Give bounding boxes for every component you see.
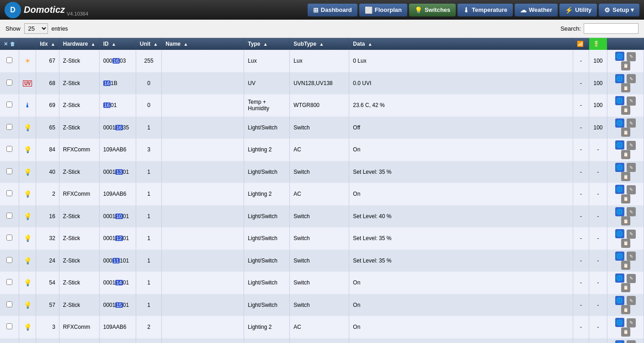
row-checkbox[interactable] [0, 338, 19, 343]
row-globe-btn[interactable]: 🌐 [615, 273, 624, 283]
row-edit-btn[interactable]: ✎ [627, 207, 636, 216]
row-checkbox[interactable] [0, 50, 19, 72]
row-globe-btn[interactable]: 🌐 [615, 207, 624, 216]
row-select-checkbox[interactable] [6, 57, 12, 63]
row-checkbox[interactable] [0, 94, 19, 117]
row-select-checkbox[interactable] [6, 213, 12, 219]
row-battery: 100 [589, 50, 607, 72]
row-checkbox[interactable] [0, 161, 19, 183]
row-globe-btn[interactable]: 🌐 [615, 96, 624, 105]
row-id: 0001603 [99, 50, 136, 72]
row-name [162, 338, 244, 343]
row-data: Off [349, 117, 573, 139]
row-select-checkbox[interactable] [6, 146, 12, 152]
table-row: UV 68 Z-Stick 161B 0 UV UVN128,UV138 0.0… [0, 72, 644, 95]
row-checkbox[interactable] [0, 250, 19, 272]
row-checkbox[interactable] [0, 139, 19, 161]
nav-dashboard[interactable]: ⊞ Dashboard [308, 4, 357, 16]
row-log-btn[interactable]: 📋 [621, 61, 630, 70]
th-subtype[interactable]: SubType ▲ [290, 38, 349, 50]
th-data[interactable]: Data ▲ [349, 38, 573, 50]
nav-switches[interactable]: 💡 Switches [409, 4, 456, 16]
row-log-btn[interactable]: 📋 [621, 194, 630, 204]
row-select-checkbox[interactable] [6, 235, 12, 241]
nav-temperature[interactable]: 🌡 Temperature [458, 4, 513, 16]
row-edit-btn[interactable]: ✎ [627, 52, 636, 61]
row-globe-btn[interactable]: 🌐 [615, 163, 624, 172]
row-checkbox[interactable] [0, 72, 19, 95]
row-globe-btn[interactable]: 🌐 [615, 252, 624, 261]
row-log-btn[interactable]: 📋 [621, 283, 630, 292]
row-log-btn[interactable]: 📋 [621, 239, 630, 248]
row-select-checkbox[interactable] [6, 190, 12, 196]
row-edit-btn[interactable]: ✎ [627, 296, 636, 305]
row-edit-btn[interactable]: ✎ [627, 274, 636, 283]
nav-floorplan[interactable]: ⬜ Floorplan [359, 4, 407, 16]
row-select-checkbox[interactable] [6, 80, 12, 86]
entries-select[interactable]: 10 25 50 100 [24, 23, 48, 34]
row-globe-btn[interactable]: 🌐 [615, 185, 624, 194]
row-select-checkbox[interactable] [6, 279, 12, 285]
row-checkbox[interactable] [0, 183, 19, 205]
row-globe-btn[interactable]: 🌐 [615, 52, 624, 61]
row-log-btn[interactable]: 📋 [621, 106, 630, 115]
row-edit-btn[interactable]: ✎ [627, 96, 636, 106]
row-edit-btn[interactable]: ✎ [627, 252, 636, 261]
row-edit-btn[interactable]: ✎ [627, 141, 636, 150]
th-name[interactable]: Name ▲ [162, 38, 244, 50]
th-checkbox[interactable]: ✕ 🗑 [0, 38, 19, 50]
row-log-btn[interactable]: 📋 [621, 83, 630, 92]
row-globe-btn[interactable]: 🌐 [615, 296, 624, 305]
row-select-checkbox[interactable] [6, 124, 12, 130]
row-checkbox[interactable] [0, 316, 19, 338]
row-select-checkbox[interactable] [6, 102, 12, 107]
th-idx[interactable]: Idx ▲ [36, 38, 59, 50]
search-input[interactable] [584, 23, 639, 34]
row-edit-btn[interactable]: ✎ [627, 230, 636, 239]
nav-setup[interactable]: ⚙ Setup ▾ [599, 4, 639, 16]
row-edit-btn[interactable]: ✎ [627, 318, 636, 327]
row-log-btn[interactable]: 📋 [621, 150, 630, 159]
row-edit-btn[interactable]: ✎ [627, 185, 636, 194]
row-log-btn[interactable]: 📋 [621, 261, 630, 270]
nav-utility[interactable]: ⚡ Utility [559, 4, 597, 16]
row-select-checkbox[interactable] [6, 257, 12, 263]
th-id[interactable]: ID ▲ [99, 38, 136, 50]
th-battery[interactable]: 🔋 [589, 38, 607, 50]
row-log-btn[interactable]: 📋 [621, 172, 630, 181]
row-name [162, 205, 244, 228]
row-select-checkbox[interactable] [6, 323, 12, 329]
row-globe-btn[interactable]: 🌐 [615, 140, 624, 150]
th-type[interactable]: Type ▲ [244, 38, 290, 50]
th-signal[interactable]: 📶 [573, 38, 589, 50]
row-edit-btn[interactable]: ✎ [627, 163, 636, 172]
row-log-btn[interactable]: 📋 [621, 327, 630, 337]
logo-version: V4.10364 [67, 11, 88, 16]
row-data: Set Level: 35 % [349, 227, 573, 250]
row-log-btn[interactable]: 📋 [621, 216, 630, 225]
row-data: Set Level: 40 % [349, 205, 573, 228]
row-checkbox[interactable] [0, 272, 19, 294]
row-id: 161B [99, 72, 136, 95]
row-globe-btn[interactable]: 🌐 [615, 74, 624, 83]
row-select-checkbox[interactable] [6, 168, 12, 174]
row-select-checkbox[interactable] [6, 301, 12, 307]
row-edit-btn[interactable]: ✎ [627, 118, 636, 128]
row-globe-btn[interactable]: 🌐 [615, 318, 624, 327]
row-unit: 1 [136, 338, 162, 343]
row-checkbox[interactable] [0, 294, 19, 316]
row-edit-btn[interactable]: ✎ [627, 74, 636, 83]
row-checkbox[interactable] [0, 117, 19, 139]
row-checkbox[interactable] [0, 227, 19, 250]
row-globe-btn[interactable]: 🌐 [615, 118, 624, 128]
row-checkbox[interactable] [0, 205, 19, 228]
row-globe-btn[interactable]: 🌐 [615, 340, 624, 343]
row-log-btn[interactable]: 📋 [621, 305, 630, 314]
row-log-btn[interactable]: 📋 [621, 128, 630, 137]
row-globe-btn[interactable]: 🌐 [615, 229, 624, 238]
th-hardware[interactable]: Hardware ▲ [59, 38, 99, 50]
nav-weather[interactable]: ☁ Weather [515, 4, 558, 16]
row-edit-btn[interactable]: ✎ [627, 340, 636, 343]
th-unit[interactable]: Unit ▲ [136, 38, 162, 50]
nav-temperature-label: Temperature [472, 6, 507, 13]
